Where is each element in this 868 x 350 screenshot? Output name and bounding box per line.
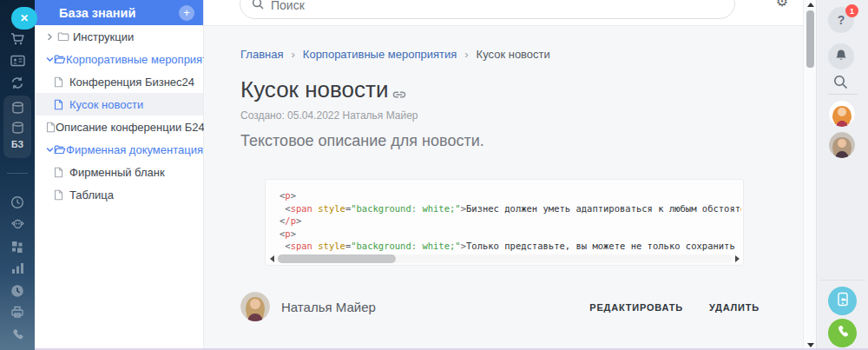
sidebar-item-3[interactable]: Кусок новости [35,93,203,116]
code-horizontal-scrollbar[interactable] [267,254,741,264]
panel-divider [820,280,865,281]
knowledge-base-group: БЗ [3,96,31,158]
folder-open-icon [54,144,66,155]
help-button[interactable]: ? 1 [828,7,854,33]
created-meta: Создано: 05.04.2022 Наталья Майер [240,109,418,122]
rail-divider [7,173,28,174]
code-line: <p> [279,189,741,202]
bar-chart-icon[interactable] [0,262,35,274]
sidebar-item-1[interactable]: Корпоративные мероприятия [35,48,203,70]
edit-button[interactable]: РЕДАКТИРОВАТЬ [589,302,683,313]
article-description: Текстовое описание для новости. [240,132,484,150]
cart-icon[interactable] [0,32,35,46]
sidebar-item-label: Фирменная документация [66,143,203,156]
chevron-down-icon[interactable] [46,56,54,63]
panel-divider [828,94,858,95]
folder-icon [57,31,73,42]
scroll-right-icon[interactable] [733,254,741,264]
link-icon[interactable] [392,78,406,105]
breadcrumb-separator: › [464,48,468,61]
main-area: Поиск ⚙ Главная›Корпоративные мероприяти… [204,0,803,350]
kb-tree: ИнструкцииКорпоративные мероприятияКонфе… [35,25,203,206]
doc-icon [54,76,69,88]
chevron-right-icon[interactable] [46,33,57,41]
time-icon[interactable] [0,284,35,298]
sidebar-item-7[interactable]: Таблица [35,183,203,206]
code-text: <p> <span style="background: white;">Биз… [279,189,741,253]
call-button[interactable] [828,319,857,347]
doc-icon [54,99,69,110]
help-icon: ? [838,13,845,27]
delete-button[interactable]: УДАЛИТЬ [709,302,760,313]
author-name: Наталья Майер [281,300,376,314]
search-placeholder: Поиск [271,0,305,12]
phone-handset-icon [836,325,850,342]
sidebar-item-2[interactable]: Конференция Бизнес24 [35,70,203,93]
scroll-left-icon[interactable] [267,254,276,264]
database-icon[interactable] [3,102,31,115]
apps-grid-icon[interactable] [0,241,35,254]
sidebar-item-label: Таблица [69,188,114,201]
doc-icon [54,167,69,178]
sidebar-header: База знаний + [35,0,203,25]
breadcrumb: Главная›Корпоративные мероприятия›Кусок … [240,48,550,61]
scroll-thumb[interactable] [806,10,814,68]
printer-icon[interactable] [0,306,35,318]
user-avatar[interactable] [829,132,855,158]
sidebar-item-label: Корпоративные мероприятия [66,53,220,66]
add-button[interactable]: + [179,5,194,21]
sidebar-item-0[interactable]: Инструкции [35,25,203,48]
code-line: <span style="background: white;">Только … [279,240,741,253]
panel-search-button[interactable] [833,75,848,93]
sidebar-title: База знаний [59,6,179,20]
device-cloud-icon [836,292,850,310]
mobile-chat-button[interactable] [828,287,857,315]
clock-icon[interactable] [0,195,35,209]
scroll-down-icon[interactable] [807,343,814,347]
code-line: <span style="background: white;">Бизнес … [279,202,741,215]
topbar: Поиск ⚙ [204,0,803,26]
right-panel: ? 1 [816,0,868,350]
sidebar-item-4[interactable]: Описание конференции Б24 [35,116,203,138]
code-line: <p> [279,228,741,241]
page-title-text: Кусок новости [240,76,388,103]
doc-icon [46,122,56,133]
sidebar-item-label: Конференция Бизнес24 [69,76,194,89]
folder-open-icon [54,54,66,64]
scroll-track[interactable] [276,254,733,263]
breadcrumb-item-2: Кусок новости [477,48,550,61]
breadcrumb-separator: › [291,48,294,61]
user-avatar[interactable] [829,101,855,127]
bell-icon [835,49,847,65]
search-input[interactable]: Поиск [240,0,735,19]
article-content: Главная›Корпоративные мероприятия›Кусок … [204,26,803,350]
contact-card-icon[interactable] [0,55,35,67]
app-rail: ✕ БЗ [0,0,35,350]
phone-icon[interactable] [0,328,35,341]
scroll-thumb[interactable] [278,254,396,263]
page-vertical-scrollbar[interactable] [803,0,816,350]
settings-gear-icon[interactable]: ⚙ [776,0,788,10]
notifications-button[interactable] [828,43,854,69]
scroll-up-icon[interactable] [807,3,814,7]
chevron-down-icon[interactable] [46,146,54,154]
sync-icon[interactable] [0,76,35,89]
kb-badge[interactable]: БЗ [3,139,31,149]
breadcrumb-item-1[interactable]: Корпоративные мероприятия [303,48,457,61]
breadcrumb-item-0[interactable]: Главная [240,48,283,61]
assistant-bot-icon[interactable] [0,218,35,230]
sidebar-item-label: Инструкции [73,30,134,43]
sidebar-item-label: Фирменный бланк [69,166,165,179]
kb-sidebar: База знаний + ИнструкцииКорпоративные ме… [35,0,204,350]
sidebar-item-label: Кусок новости [69,98,143,111]
notification-badge: 1 [845,4,858,17]
sidebar-item-6[interactable]: Фирменный бланк [35,161,203,183]
search-icon [252,0,264,13]
article-actions: РЕДАКТИРОВАТЬ УДАЛИТЬ [589,302,760,313]
database-icon[interactable] [3,122,31,135]
author-avatar [240,292,270,321]
sidebar-item-5[interactable]: Фирменная документация [35,138,203,161]
close-icon[interactable]: ✕ [11,7,37,30]
page-title: Кусок новости [240,75,406,105]
code-block: <p> <span style="background: white;">Биз… [265,179,744,266]
